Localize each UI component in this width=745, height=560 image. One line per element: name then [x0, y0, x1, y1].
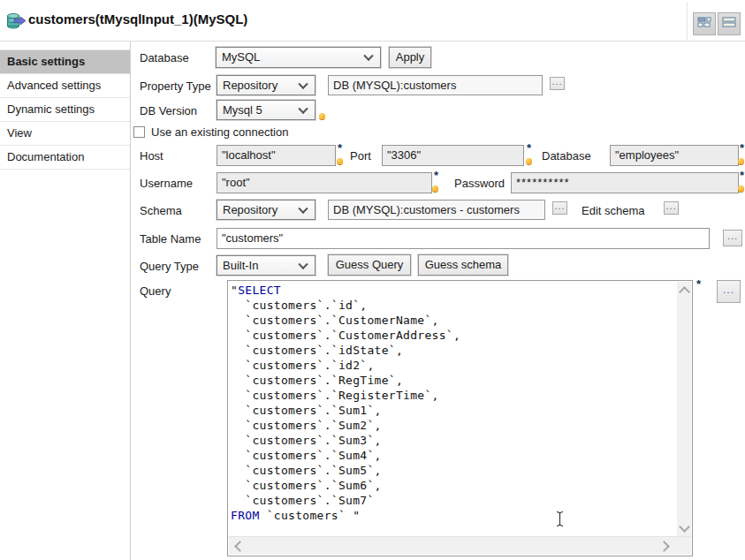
- table-name-browse-button[interactable]: ...: [723, 230, 742, 246]
- grid-layout-icon: [697, 16, 711, 32]
- hint-icon: [337, 158, 343, 164]
- db-version-combobox-value: Mysql 5: [223, 103, 262, 117]
- required-marker: *: [527, 141, 531, 155]
- port-input[interactable]: "3306": [382, 145, 524, 166]
- query-line: `customers`.`Sum1`,: [231, 403, 676, 418]
- chevron-down-icon: [363, 51, 373, 61]
- property-type-combobox-value: Repository: [223, 79, 277, 92]
- chevron-down-icon: [298, 259, 308, 269]
- query-label: Query: [140, 284, 171, 298]
- hint-icon: [738, 185, 744, 192]
- query-line: `customers`.`RegisterTime`,: [231, 388, 676, 403]
- hint-icon: [432, 185, 438, 192]
- property-repository-browse-button[interactable]: ...: [550, 77, 565, 90]
- password-input[interactable]: **********: [511, 172, 739, 193]
- query-line: `customers`.`Sum4`,: [231, 448, 676, 463]
- rows-layout-button[interactable]: [718, 12, 741, 35]
- query-line: FROM `customers` ": [231, 508, 676, 523]
- required-marker: *: [696, 277, 701, 291]
- db-version-combobox[interactable]: Mysql 5: [217, 100, 315, 120]
- header: customers(tMysqlInput_1)(MySQL): [0, 0, 745, 42]
- edit-schema-label: Edit schema: [582, 204, 645, 217]
- table-name-input[interactable]: "customers": [217, 228, 710, 249]
- query-line: `customers`.`idState`,: [231, 343, 676, 358]
- chevron-down-icon: [298, 103, 308, 113]
- required-marker: *: [338, 141, 342, 155]
- port-label: Port: [350, 149, 371, 163]
- query-line: `customers`.`Sum2`,: [231, 418, 676, 433]
- hint-icon: [319, 113, 325, 119]
- chevron-down-icon: [298, 203, 308, 213]
- query-type-label: Query Type: [140, 260, 199, 273]
- property-type-combobox[interactable]: Repository: [217, 75, 315, 95]
- query-line: `customers`.`id`,: [231, 298, 676, 313]
- query-editor[interactable]: "SELECT `customers`.`id`, `customers`.`C…: [227, 280, 693, 556]
- existing-connection-checkbox[interactable]: [133, 126, 145, 138]
- schema-label: Schema: [140, 204, 182, 217]
- database-combobox[interactable]: MySQL: [216, 47, 381, 68]
- query-line: `customers`.`id2`,: [231, 358, 676, 373]
- schema-browse-button[interactable]: ...: [552, 201, 567, 215]
- grid-layout-button[interactable]: [693, 12, 716, 35]
- query-line: `customers`.`Sum5`,: [231, 463, 676, 478]
- guess-query-button[interactable]: Guess Query: [328, 254, 411, 276]
- query-horizontal-scrollbar[interactable]: [229, 536, 691, 555]
- database-label: Database: [140, 51, 189, 64]
- header-divider: [687, 2, 688, 40]
- database-name-input[interactable]: "employees": [610, 145, 739, 166]
- mysql-input-component-icon: [7, 13, 27, 33]
- scroll-up-icon[interactable]: [679, 286, 690, 298]
- sidebar: Basic settingsAdvanced settingsDynamic s…: [0, 42, 131, 560]
- query-text[interactable]: "SELECT `customers`.`id`, `customers`.`C…: [231, 283, 676, 536]
- existing-connection-label: Use an existing connection: [151, 125, 288, 139]
- query-line: `customers`.`Sum3`,: [231, 433, 676, 448]
- database-name-label: Database: [542, 149, 591, 163]
- chevron-down-icon: [298, 79, 308, 88]
- rows-layout-icon: [722, 16, 736, 32]
- schema-type-combobox-value: Repository: [223, 203, 277, 216]
- apply-button[interactable]: Apply: [389, 47, 431, 68]
- scroll-right-icon[interactable]: [658, 541, 670, 552]
- query-line: "SELECT: [231, 283, 676, 298]
- query-line: `customers`.`RegTime`,: [231, 373, 676, 388]
- property-repository-field[interactable]: DB (MYSQL):customers: [328, 75, 543, 95]
- username-label: Username: [140, 177, 193, 190]
- hint-icon: [526, 158, 532, 164]
- scroll-down-icon[interactable]: [679, 521, 690, 533]
- database-combobox-value: MySQL: [222, 50, 260, 64]
- text-cursor-icon: [555, 511, 565, 531]
- table-name-label: Table Name: [140, 232, 201, 246]
- required-marker: *: [740, 169, 744, 182]
- guess-schema-button[interactable]: Guess schema: [418, 254, 508, 276]
- sidebar-item-basic-settings[interactable]: Basic settings: [0, 49, 130, 74]
- scroll-left-icon[interactable]: [234, 541, 246, 552]
- sidebar-item-documentation[interactable]: Documentation: [0, 146, 130, 170]
- sidebar-item-view[interactable]: View: [0, 122, 130, 146]
- sidebar-item-advanced-settings[interactable]: Advanced settings: [0, 74, 130, 98]
- property-type-label: Property Type: [140, 79, 211, 93]
- component-title: customers(tMysqlInput_1)(MySQL): [28, 11, 247, 26]
- query-vertical-scrollbar[interactable]: [677, 282, 691, 537]
- username-input[interactable]: "root": [217, 172, 432, 193]
- component-settings-panel: customers(tMysqlInput_1)(MySQL) Basi: [0, 0, 745, 560]
- schema-type-combobox[interactable]: Repository: [217, 200, 315, 220]
- query-line: `customers`.`Sum7`: [231, 493, 676, 508]
- schema-repository-field[interactable]: DB (MYSQL):customers - customers: [328, 200, 545, 220]
- hint-icon: [738, 158, 744, 164]
- password-label: Password: [454, 177, 505, 190]
- edit-schema-button[interactable]: ...: [664, 201, 679, 215]
- required-marker: *: [434, 169, 438, 182]
- sidebar-item-dynamic-settings[interactable]: Dynamic settings: [0, 98, 130, 122]
- host-input[interactable]: "localhost": [217, 145, 336, 166]
- query-line: `customers`.`Sum6`,: [231, 478, 676, 493]
- query-line: `customers`.`CustomerName`,: [231, 313, 676, 328]
- query-type-combobox-value: Built-In: [223, 259, 258, 272]
- host-label: Host: [140, 149, 163, 163]
- query-line: `customers`.`CustomerAddress`,: [231, 328, 676, 343]
- required-marker: *: [740, 141, 744, 155]
- query-type-combobox[interactable]: Built-In: [217, 255, 315, 276]
- db-version-label: DB Version: [140, 104, 197, 117]
- query-browse-button[interactable]: ...: [717, 280, 741, 303]
